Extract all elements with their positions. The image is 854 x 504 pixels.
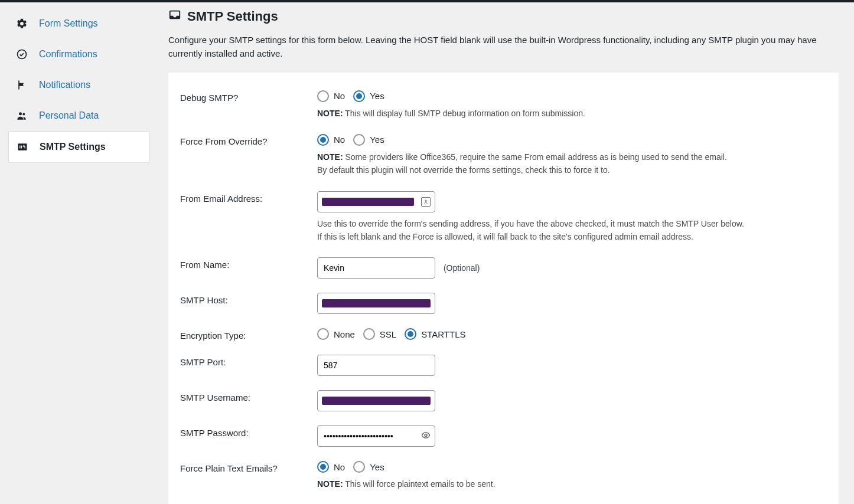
note-text: If this is left blank and the Force is a… xyxy=(317,232,693,241)
radio-ffo-no[interactable] xyxy=(317,134,329,146)
radio-encryption-none[interactable] xyxy=(317,328,329,340)
sidebar-item-label: Confirmations xyxy=(39,49,97,60)
people-icon xyxy=(15,109,28,122)
radio-label-starttls: STARTTLS xyxy=(421,329,465,339)
radio-plain-text-yes[interactable] xyxy=(353,461,365,473)
note-prefix: NOTE: xyxy=(317,479,343,489)
note-text: Some providers like Office365, require t… xyxy=(345,152,726,162)
note-text: This will display full SMTP debug inform… xyxy=(345,109,585,118)
row-smtp-host: SMTP Host: xyxy=(168,286,839,321)
main-content: SMTP Settings Configure your SMTP settin… xyxy=(158,2,854,504)
sidebar-item-personal-data[interactable]: Personal Data xyxy=(8,100,149,131)
sidebar-item-label: Form Settings xyxy=(39,18,98,29)
check-circle-icon xyxy=(15,48,28,61)
label-debug-smtp: Debug SMTP? xyxy=(180,90,317,103)
note-ffo: NOTE: Some providers like Office365, req… xyxy=(317,150,827,177)
radio-debug-no[interactable] xyxy=(317,90,329,102)
redacted-value xyxy=(322,198,414,206)
sidebar-item-smtp-settings[interactable]: SMTP Settings xyxy=(8,131,149,163)
label-from-email: From Email Address: xyxy=(180,191,317,204)
sidebar-item-label: Personal Data xyxy=(39,110,99,121)
label-encryption-type: Encryption Type: xyxy=(180,328,317,341)
sidebar-item-confirmations[interactable]: Confirmations xyxy=(8,39,149,70)
row-force-from-override: Force From Override? No Yes NOTE: Some p… xyxy=(168,127,839,184)
radio-label-none: None xyxy=(334,329,355,339)
row-encryption-type: Encryption Type: None SSL STARTTLS xyxy=(168,321,839,348)
flag-icon xyxy=(15,78,28,91)
radio-label-ssl: SSL xyxy=(380,329,396,339)
svg-point-0 xyxy=(18,50,27,59)
sidebar-item-label: SMTP Settings xyxy=(40,142,106,152)
radio-encryption-ssl[interactable] xyxy=(363,328,375,340)
row-smtp-port: SMTP Port: xyxy=(168,348,839,383)
optional-label: (Optional) xyxy=(444,263,480,273)
note-prefix: NOTE: xyxy=(317,152,343,162)
radio-label-yes: Yes xyxy=(370,135,384,145)
svg-rect-3 xyxy=(18,143,27,150)
label-smtp-password: SMTP Password: xyxy=(180,426,317,438)
svg-point-2 xyxy=(22,113,25,116)
note-text: Use this to override the form's sending … xyxy=(317,219,744,228)
contact-card-icon[interactable] xyxy=(421,197,431,207)
page-title-text: SMTP Settings xyxy=(187,9,278,24)
sidebar-item-form-settings[interactable]: Form Settings xyxy=(8,8,149,39)
page-container: Form Settings Confirmations Notification… xyxy=(0,2,854,504)
row-smtp-username: SMTP Username: xyxy=(168,383,839,418)
note-debug: NOTE: This will display full SMTP debug … xyxy=(317,107,827,120)
smtp-port-field[interactable] xyxy=(317,355,435,376)
radio-encryption-starttls[interactable] xyxy=(405,328,416,340)
svg-point-5 xyxy=(425,434,427,437)
sidebar-item-label: Notifications xyxy=(39,80,90,90)
note-from-email: Use this to override the form's sending … xyxy=(317,217,827,244)
form-panel: Debug SMTP? No Yes NOTE: This will displ… xyxy=(168,73,839,505)
label-force-plain-text: Force Plain Text Emails? xyxy=(180,461,317,473)
note-text: This will force plaintext emails to be s… xyxy=(345,479,495,489)
radio-label-no: No xyxy=(334,462,345,472)
row-debug-smtp: Debug SMTP? No Yes NOTE: This will displ… xyxy=(168,83,839,127)
note-prefix: NOTE: xyxy=(317,109,343,118)
radio-label-no: No xyxy=(334,91,345,101)
button-row: Update SMTP Settings Test SMTP Settings xyxy=(168,498,839,504)
redacted-value xyxy=(322,397,431,405)
page-description: Configure your SMTP settings for this fo… xyxy=(168,33,839,61)
smtp-icon xyxy=(16,140,29,153)
from-name-field[interactable] xyxy=(317,257,435,279)
note-plain-text: NOTE: This will force plaintext emails t… xyxy=(317,477,827,490)
label-force-from-override: Force From Override? xyxy=(180,134,317,146)
label-smtp-port: SMTP Port: xyxy=(180,355,317,367)
sidebar-item-notifications[interactable]: Notifications xyxy=(8,70,149,100)
label-smtp-username: SMTP Username: xyxy=(180,390,317,402)
label-smtp-host: SMTP Host: xyxy=(180,293,317,305)
inbox-icon xyxy=(168,8,181,25)
redacted-value xyxy=(322,299,431,307)
radio-ffo-yes[interactable] xyxy=(353,134,365,146)
radio-label-yes: Yes xyxy=(370,91,384,101)
sidebar: Form Settings Confirmations Notification… xyxy=(0,2,158,504)
radio-label-yes: Yes xyxy=(370,462,384,472)
svg-point-4 xyxy=(425,200,427,202)
row-from-email: From Email Address: Use this to override… xyxy=(168,184,839,251)
row-from-name: From Name: (Optional) xyxy=(168,250,839,286)
note-text: By default this plugin will not override… xyxy=(317,165,610,175)
radio-plain-text-no[interactable] xyxy=(317,461,329,473)
row-smtp-password: SMTP Password: xyxy=(168,418,839,454)
smtp-password-field[interactable] xyxy=(317,426,435,447)
svg-point-1 xyxy=(19,112,22,115)
page-title: SMTP Settings xyxy=(168,8,839,25)
eye-icon[interactable] xyxy=(421,431,431,442)
label-from-name: From Name: xyxy=(180,257,317,270)
radio-debug-yes[interactable] xyxy=(353,90,365,102)
gear-icon xyxy=(15,17,28,30)
row-force-plain-text: Force Plain Text Emails? No Yes NOTE: Th… xyxy=(168,454,839,498)
radio-label-no: No xyxy=(334,135,345,145)
